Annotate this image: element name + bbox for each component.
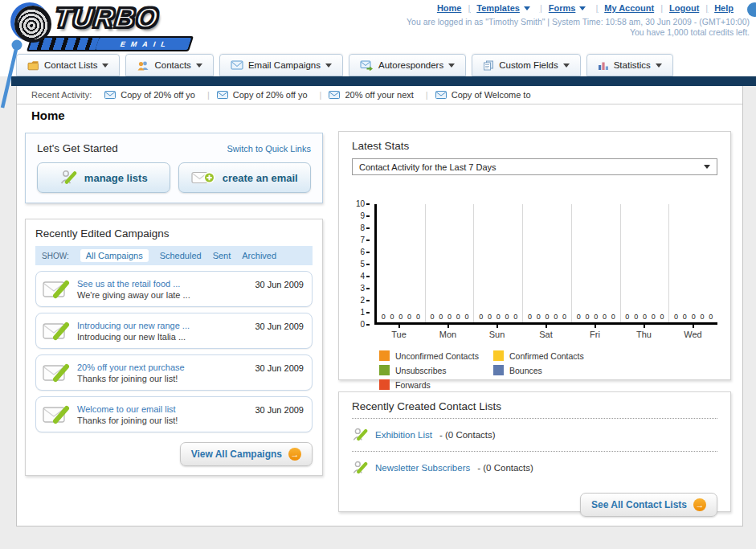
recent-activity-text: Copy of Welcome to: [452, 90, 531, 100]
recent-activity-item[interactable]: 20% off your next: [329, 90, 435, 100]
tab-email-campaigns[interactable]: Email Campaigns: [219, 54, 343, 76]
nav-home-link[interactable]: Home: [437, 3, 476, 13]
show-label: SHOW:: [42, 252, 69, 260]
chart-value-label: 0: [603, 313, 607, 321]
recent-activity-item[interactable]: Copy of 20% off yo: [104, 90, 217, 100]
legend-swatch: [379, 365, 390, 375]
legend-swatch: [379, 350, 390, 361]
contact-activity-chart: 109876543210 000000000000000000000000000…: [352, 204, 717, 325]
chart-value-label: 0: [439, 313, 443, 321]
credits-text: You have 1,000 total credits left.: [630, 27, 750, 37]
nav-templates-link[interactable]: Templates: [476, 3, 548, 13]
contacts-icon: [137, 60, 149, 71]
tab-contact-lists[interactable]: Contact Lists: [16, 54, 120, 76]
create-email-button[interactable]: create an email: [178, 162, 312, 193]
filter-scheduled[interactable]: Scheduled: [160, 251, 202, 260]
page-header: EMAIL TURBO Home Templates Forms My Acco…: [0, 0, 756, 76]
campaign-subtitle: Thanks for joining our list!: [77, 416, 255, 425]
chart-y-tick: 9: [352, 211, 370, 220]
campaign-date: 30 Jun 2009: [255, 280, 304, 289]
campaign-title-link[interactable]: Introducing our new range ...: [77, 321, 255, 330]
top-nav: Home Templates Forms My Account Logout H…: [437, 3, 734, 13]
campaign-title-link[interactable]: See us at the retail food ...: [77, 279, 255, 289]
campaign-row[interactable]: Introducing our new range ... Introducin…: [35, 313, 313, 349]
nav-help-link[interactable]: Help: [714, 3, 734, 13]
legend-item: Confirmed Contacts: [493, 350, 607, 361]
legend-label: Confirmed Contacts: [509, 351, 584, 361]
chart-day-label: Thu: [619, 325, 668, 339]
chart-plot: 00000000000000000000000000000000000: [374, 204, 717, 325]
campaign-title-link[interactable]: 20% off your next purchase: [77, 363, 255, 372]
filter-all-campaigns[interactable]: All Campaigns: [80, 249, 149, 262]
recently-edited-campaigns-panel: Recently Edited Campaigns SHOW: All Camp…: [25, 219, 323, 476]
page-title: Home: [31, 109, 65, 122]
chart-day-label: Mon: [423, 325, 472, 339]
legend-label: Bounces: [509, 366, 542, 375]
legend-label: Unsubscribes: [395, 366, 447, 375]
autoresponder-icon: [360, 60, 374, 71]
filter-archived[interactable]: Archived: [242, 251, 276, 260]
campaign-row[interactable]: 20% off your next purchase Thanks for jo…: [35, 354, 313, 391]
recent-activity-item[interactable]: Copy of Welcome to: [435, 90, 531, 100]
chart-value-label: 0: [382, 313, 386, 321]
chart-day-group: 00000: [571, 204, 620, 322]
tab-contacts-label: Contacts: [154, 60, 190, 70]
campaign-row[interactable]: See us at the retail food ... We're givi…: [35, 271, 313, 307]
chart-y-tick: 10: [352, 199, 370, 208]
nav-forms-label: Forms: [549, 3, 576, 13]
turbo-email-logo[interactable]: EMAIL TURBO: [6, 2, 199, 53]
tab-autoresponders[interactable]: Autoresponders: [349, 54, 466, 76]
email-icon: [231, 60, 243, 70]
stats-period-select[interactable]: Contact Activity for the Last 7 Days: [352, 158, 717, 175]
chevron-down-icon: [196, 64, 202, 68]
chart-day-group: 00000: [522, 204, 571, 322]
chevron-down-icon: [656, 64, 662, 68]
contact-lists-title: Recently Created Contact Lists: [352, 400, 717, 412]
manage-lists-button[interactable]: manage lists: [37, 162, 170, 193]
chart-value-label: 0: [660, 313, 664, 321]
chart-value-label: 0: [505, 313, 509, 321]
nav-logout-link[interactable]: Logout: [669, 3, 714, 13]
chart-x-labels: TueMonSunSatFriThuWed: [374, 325, 717, 339]
filter-sent[interactable]: Sent: [213, 251, 231, 260]
campaign-title-link[interactable]: Welcome to our email list: [77, 404, 255, 414]
chart-y-tick: 7: [352, 236, 370, 244]
login-status-text: You are logged in as "Timothy Smith" | S…: [407, 17, 750, 27]
chart-value-label: 0: [674, 313, 678, 321]
switch-quick-links[interactable]: Switch to Quick Links: [227, 144, 311, 154]
chart-value-label: 0: [554, 313, 558, 321]
contact-list-link[interactable]: Exhibition List: [375, 430, 432, 440]
chart-value-label: 0: [390, 313, 394, 321]
campaign-date: 30 Jun 2009: [255, 363, 304, 373]
campaign-row[interactable]: Welcome to our email list Thanks for joi…: [35, 396, 313, 432]
recent-activity-item[interactable]: Copy of 20% off yo: [217, 90, 329, 100]
contact-list-edit-icon: [352, 460, 368, 476]
recent-activity-text: Copy of 20% off yo: [121, 90, 195, 100]
chart-value-label: 0: [416, 313, 420, 321]
logo-turbo-text: TURBO: [53, 2, 161, 34]
tab-custom-fields[interactable]: Custom Fields: [472, 54, 581, 76]
chart-value-label: 0: [537, 313, 541, 321]
tab-contacts[interactable]: Contacts: [125, 54, 213, 76]
nav-forms-link[interactable]: Forms: [549, 3, 604, 13]
dotted-separator: [352, 418, 717, 419]
chart-value-label: 0: [488, 313, 492, 321]
see-all-contact-lists-button[interactable]: See All Contact Lists: [580, 493, 717, 517]
legend-item: Forwards: [379, 379, 493, 390]
help-bubble-icon[interactable]: [747, 2, 756, 17]
navy-divider-bar: [11, 76, 756, 86]
latest-stats-panel: Latest Stats Contact Activity for the La…: [338, 131, 731, 380]
contact-list-count: - (0 Contacts): [477, 463, 533, 473]
contact-list-link[interactable]: Newsletter Subscribers: [375, 463, 470, 473]
view-all-campaigns-button[interactable]: View All Campaigns: [180, 442, 313, 466]
legend-swatch: [379, 379, 390, 390]
campaign-subtitle: We're giving away our late ...: [77, 290, 255, 300]
contact-list-row[interactable]: Exhibition List - (0 Contacts): [352, 424, 717, 445]
contact-list-count: - (0 Contacts): [439, 430, 496, 440]
chart-value-label: 0: [545, 313, 549, 321]
envelope-icon: [217, 91, 228, 99]
contact-list-row[interactable]: Newsletter Subscribers - (0 Contacts): [352, 457, 717, 478]
legend-label: Forwards: [395, 380, 431, 390]
nav-my-account-link[interactable]: My Account: [604, 3, 669, 13]
tab-statistics[interactable]: Statistics: [586, 54, 673, 76]
